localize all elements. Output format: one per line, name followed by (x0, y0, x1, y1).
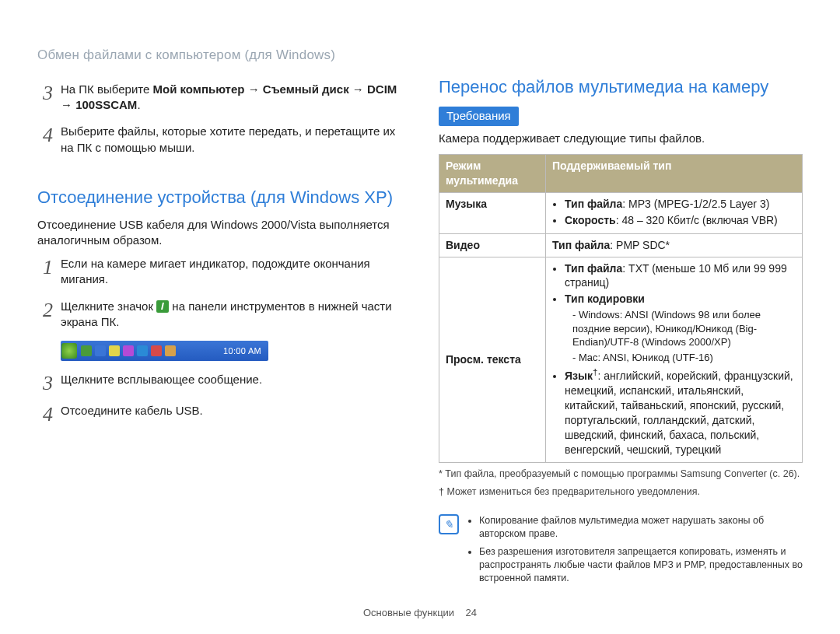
tray-icon (165, 345, 176, 356)
disconnect-step-2: 2 Щелкните значок на панели инструментов… (37, 299, 401, 331)
step-number: 4 (37, 125, 53, 157)
cell-type: Тип файла: TXT (меньше 10 Мб или 99 999 … (546, 257, 803, 463)
step-number: 2 (37, 300, 53, 332)
step-4: 4 Выберите файлы, которые хотите передат… (37, 124, 401, 156)
list-item: Тип файла: MP3 (MPEG-1/2/2.5 Layer 3) (565, 197, 796, 212)
step-body: На ПК выберите Мой компьютер → Съемный д… (61, 82, 401, 114)
cell-mode: Музыка (439, 192, 546, 233)
footnote: * Тип файла, преобразуемый с помощью про… (439, 468, 803, 481)
page-header: Обмен файлами с компьютером (для Windows… (37, 47, 401, 65)
cell-mode: Видео (439, 233, 546, 257)
table-row: Музыка Тип файла: MP3 (MPEG-1/2/2.5 Laye… (439, 192, 803, 233)
table-row: Просм. текста Тип файла: TXT (меньше 10 … (439, 257, 803, 463)
start-button-icon (61, 343, 77, 359)
step-number: 3 (37, 373, 53, 394)
step-3: 3 На ПК выберите Мой компьютер → Съемный… (37, 82, 401, 114)
step-number: 4 (37, 405, 53, 425)
disconnect-step-3: 3 Щелкните всплывающее сообщение. (37, 372, 401, 392)
page-footer: Основные функции 24 (0, 606, 840, 620)
table-row: Видео Тип файла: PMP SDC* (439, 233, 803, 257)
th-type: Поддерживаемый тип (546, 155, 803, 193)
tray-icon (123, 345, 134, 356)
step-body: Выберите файлы, которые хотите передать,… (61, 124, 401, 156)
tray-icon (95, 345, 106, 356)
left-column: Обмен файлами с компьютером (для Windows… (37, 47, 401, 590)
unplug-icon (156, 300, 169, 313)
tray-icon (109, 345, 120, 356)
step-body: Если на камере мигает индикатор, подожди… (61, 256, 401, 288)
list-item: Скорость: 48 – 320 Кбит/с (включая VBR) (565, 213, 796, 228)
section-heading: Отсоединение устройства (для Windows XP) (37, 187, 401, 209)
step-number: 3 (37, 83, 53, 115)
sub-item: Mac: ANSI, Юникод (UTF-16) (572, 351, 796, 365)
step-body: Щелкните значок на панели инструментов в… (61, 299, 401, 331)
taskbar-image: 10:00 AM (61, 341, 268, 361)
tray-icon (151, 345, 162, 356)
text: . (137, 98, 140, 111)
text: На ПК выберите (61, 82, 152, 96)
step-body: Щелкните всплывающее сообщение. (61, 372, 401, 392)
tray-icon (81, 345, 92, 356)
tip-list: Копирование файлов мультимедиа может нар… (467, 514, 803, 589)
th-mode: Режим мультимедиа (439, 155, 546, 193)
taskbar-clock: 10:00 AM (217, 345, 268, 357)
disconnect-step-1: 1 Если на камере мигает индикатор, подож… (37, 256, 401, 288)
tip-item: Без разрешения изготовителя запрещается … (479, 545, 803, 585)
subsection-label: Требования (439, 107, 519, 126)
requirements-table: Режим мультимедиа Поддерживаемый тип Муз… (439, 154, 803, 463)
table-header-row: Режим мультимедиа Поддерживаемый тип (439, 155, 803, 193)
list-item: Язык†: английский, корейский, французски… (565, 366, 796, 457)
cell-mode: Просм. текста (439, 257, 546, 463)
step-body: Отсоедините кабель USB. (61, 403, 401, 423)
cell-type: Тип файла: MP3 (MPEG-1/2/2.5 Layer 3) Ск… (546, 192, 803, 233)
tip-item: Копирование файлов мультимедиа может нар… (479, 514, 803, 541)
text: Камера поддерживает следующие типы файло… (439, 131, 803, 146)
note-icon: ✎ (439, 514, 459, 534)
tray-icon (137, 345, 148, 356)
spacer (439, 47, 803, 76)
cell-type: Тип файла: PMP SDC* (546, 233, 803, 257)
list-item: Тип файла: TXT (меньше 10 Мб или 99 999 … (565, 261, 796, 291)
step-number: 1 (37, 257, 53, 289)
footnote: † Может измениться без предварительного … (439, 485, 803, 499)
sub-item: Windows: ANSI (Windows 98 или более позд… (572, 308, 796, 349)
footer-page: 24 (466, 607, 477, 618)
page-content: Обмен файлами с компьютером (для Windows… (0, 0, 840, 590)
section-note: Отсоединение USB кабеля для Windows 2000… (37, 217, 401, 249)
right-column: Перенос файлов мультимедиа на камеру Тре… (439, 47, 803, 590)
section-heading: Перенос файлов мультимедиа на камеру (439, 76, 803, 99)
footer-section: Основные функции (363, 607, 454, 618)
text: Щелкните значок (61, 299, 156, 313)
list-item: Тип кодировки Windows: ANSI (Windows 98 … (565, 292, 796, 364)
tip-box: ✎ Копирование файлов мультимедиа может н… (439, 510, 803, 589)
disconnect-step-4: 4 Отсоедините кабель USB. (37, 403, 401, 423)
